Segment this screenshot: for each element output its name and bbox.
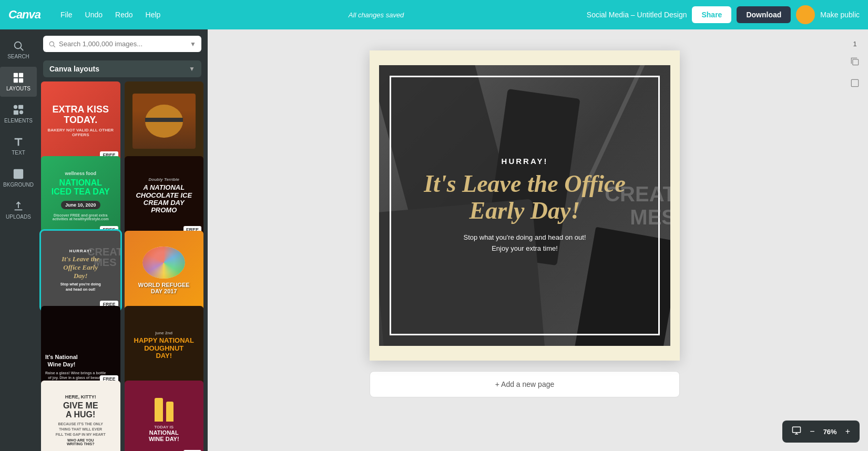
svg-rect-10 — [14, 169, 23, 179]
elements-icon — [13, 104, 24, 116]
sidebar-item-uploads[interactable]: UPLOADS — [0, 195, 37, 225]
canvas-background: HURRAY! It's Leave the Office Early Day!… — [379, 65, 670, 346]
topbar-menu: File Undo Redo Help — [55, 7, 166, 22]
canvas-wrapper: HURRAY! It's Leave the Office Early Day!… — [370, 50, 680, 397]
create-mes-overlay: CREATMES — [605, 182, 670, 229]
design-name: Social Media – Untitled Design — [587, 11, 687, 19]
canvas-area[interactable]: HURRAY! It's Leave the Office Early Day!… — [208, 29, 842, 451]
sidebar-label-search: SEARCH — [7, 54, 29, 59]
canvas-inner-gray: HURRAY! It's Leave the Office Early Day!… — [379, 65, 670, 346]
template-burger[interactable] — [125, 81, 204, 161]
layouts-chevron-icon: ▼ — [189, 65, 195, 73]
search-icon — [13, 40, 24, 52]
undo-menu[interactable]: Undo — [80, 7, 108, 22]
download-button[interactable]: Download — [737, 6, 791, 23]
hurray-text: HURRAY! — [401, 157, 649, 166]
file-menu[interactable]: File — [55, 7, 78, 22]
template-wine-red[interactable]: TODAY IS NATIONALWINE DAY! FREE — [125, 381, 204, 451]
svg-line-12 — [54, 45, 55, 47]
text-icon — [13, 136, 24, 148]
search-input[interactable] — [59, 40, 187, 48]
layouts-icon — [13, 72, 24, 84]
svg-line-1 — [21, 48, 23, 50]
svg-rect-13 — [853, 59, 859, 65]
template-iced-tea[interactable]: wellness food NATIONALICED TEA DAY June … — [41, 156, 120, 235]
layouts-header[interactable]: Canva layouts ▼ — [43, 60, 201, 77]
add-page-button[interactable]: + Add a new page — [370, 371, 680, 397]
presentation-icon[interactable] — [790, 425, 803, 438]
background-icon — [13, 168, 24, 180]
delete-page-icon[interactable] — [850, 78, 860, 91]
subtitle-text: Stop what you're doing and head on out! … — [401, 232, 649, 254]
template-doughnut[interactable]: june 2nd HAPPY NATIONALDOUGHNUTDAY! — [125, 306, 204, 385]
svg-rect-3 — [19, 73, 23, 77]
search-bar-icon — [48, 40, 56, 48]
svg-rect-14 — [851, 79, 858, 86]
help-menu[interactable]: Help — [140, 7, 166, 22]
template-hug[interactable]: HERE, KITTY! GIVE MEA HUG! BECAUSE IT'S … — [41, 381, 120, 451]
saved-status: All changes saved — [176, 11, 576, 19]
template-choc-ice[interactable]: Doubly Terrible A NATIONALCHOCOLATE ICEC… — [125, 156, 204, 235]
zoom-bar: − 76% + — [782, 421, 860, 443]
avatar[interactable] — [796, 5, 815, 24]
topbar-right: Social Media – Untitled Design Share Dow… — [587, 5, 860, 24]
search-bar[interactable]: ▼ — [43, 36, 201, 52]
template-extra-kiss[interactable]: EXTRA KISSTODAY. BAKERY NOT VALID ALL OT… — [41, 81, 120, 161]
sidebar-item-background[interactable]: BKGROUND — [0, 163, 37, 193]
svg-point-6 — [14, 105, 17, 109]
sidebar-item-text[interactable]: TEXT — [0, 131, 37, 161]
sidebar-label-text: TEXT — [12, 150, 25, 156]
svg-point-0 — [15, 42, 22, 49]
template-refugee[interactable]: WORLD REFUGEEDAY 2017 — [125, 231, 204, 310]
sidebar-label-background: BKGROUND — [3, 182, 34, 188]
template-leave-office[interactable]: CREATMES HURRAY! It's Leave theOffice Ea… — [41, 231, 120, 310]
canvas[interactable]: HURRAY! It's Leave the Office Early Day!… — [370, 50, 680, 361]
svg-rect-4 — [14, 78, 18, 83]
main-layout: SEARCH LAYOUTS ELEMENTS TEXT — [0, 29, 868, 451]
zoom-out-button[interactable]: − — [808, 426, 816, 437]
sidebar-item-layouts[interactable]: LAYOUTS — [0, 67, 37, 97]
right-sidebar: 1 — [842, 29, 868, 451]
search-chevron-icon: ▼ — [190, 40, 196, 48]
panel-sidebar: ▼ Canva layouts ▼ EXTRA KISSTODAY. BAKER… — [37, 29, 208, 451]
page-number: 1 — [853, 40, 856, 48]
topbar: Canva File Undo Redo Help All changes sa… — [0, 0, 868, 29]
canva-logo: Canva — [8, 8, 40, 22]
zoom-in-button[interactable]: + — [843, 426, 852, 437]
zoom-value: 76% — [821, 428, 839, 436]
layouts-title: Canva layouts — [49, 65, 99, 73]
sidebar-item-search[interactable]: SEARCH — [0, 35, 37, 65]
share-button[interactable]: Share — [692, 6, 731, 23]
template-wine-dark[interactable]: It's NationalWine Day! Raise a glass! Wi… — [41, 306, 120, 385]
sidebar-label-layouts: LAYOUTS — [6, 86, 30, 91]
sidebar-label-elements: ELEMENTS — [4, 118, 33, 124]
sidebar-item-elements[interactable]: ELEMENTS — [0, 99, 37, 129]
make-public-button[interactable]: Make public — [820, 11, 860, 19]
sidebar-label-uploads: UPLOADS — [6, 214, 31, 220]
svg-rect-15 — [793, 427, 801, 433]
svg-rect-2 — [14, 73, 18, 77]
template-grid: EXTRA KISSTODAY. BAKERY NOT VALID ALL OT… — [37, 81, 208, 451]
copy-page-icon[interactable] — [850, 56, 860, 69]
redo-menu[interactable]: Redo — [110, 7, 138, 22]
svg-rect-7 — [18, 105, 23, 109]
svg-rect-8 — [14, 110, 18, 115]
icon-sidebar: SEARCH LAYOUTS ELEMENTS TEXT — [0, 29, 37, 451]
svg-rect-5 — [19, 78, 23, 83]
uploads-icon — [13, 200, 24, 212]
svg-point-9 — [19, 110, 23, 114]
svg-point-11 — [49, 42, 54, 46]
